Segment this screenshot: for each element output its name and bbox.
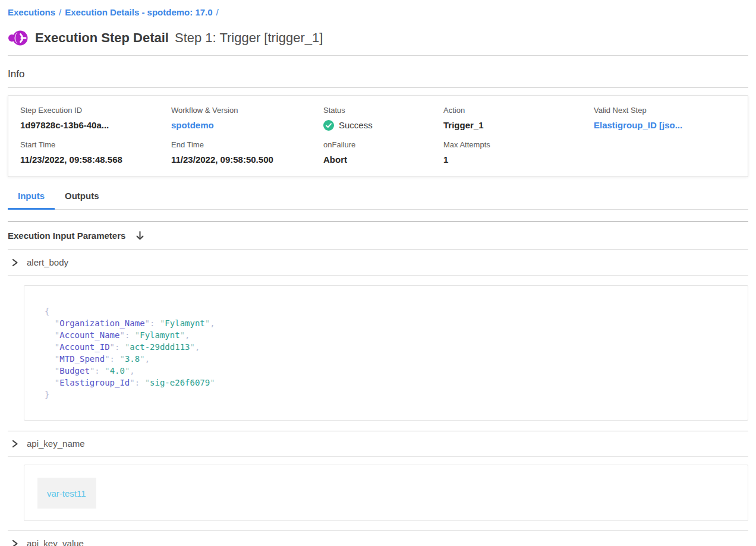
- check-circle-icon: [323, 120, 334, 131]
- field-label: Max Attempts: [443, 140, 594, 150]
- breadcrumb-separator: /: [59, 7, 61, 17]
- field-label: Workflow & Version: [171, 105, 323, 116]
- section-name: api_key_value: [27, 538, 84, 546]
- field-label: Start Time: [20, 140, 171, 150]
- section-row-divider: [8, 275, 748, 276]
- info-card: Step Execution ID 1d97828c-13b6-40a... W…: [8, 95, 748, 177]
- valid-next-step-link[interactable]: Elastigroup_ID [jso...: [594, 119, 737, 131]
- field-action: Action Trigger_1: [443, 105, 594, 131]
- section-name: alert_body: [27, 257, 68, 269]
- download-arrow-icon[interactable]: [135, 231, 145, 241]
- field-value: Abort: [323, 154, 443, 166]
- section-row-api-key-value[interactable]: api_key_value: [8, 531, 748, 546]
- field-status: Status Success: [323, 105, 443, 131]
- field-end-time: End Time 11/23/2022, 09:58:50.500: [171, 140, 323, 166]
- execution-input-parameters-header: Execution Input Parameters: [8, 222, 748, 250]
- field-step-execution-id: Step Execution ID 1d97828c-13b6-40a...: [20, 105, 171, 131]
- field-label: Step Execution ID: [20, 105, 171, 116]
- breadcrumb: Executions/Execution Details - spotdemo:…: [8, 7, 748, 18]
- fylamynt-logo-icon: [8, 29, 28, 48]
- section-row-divider: [8, 456, 748, 457]
- tab-inputs[interactable]: Inputs: [8, 190, 55, 210]
- field-label: Action: [443, 105, 594, 116]
- execution-input-parameters-title: Execution Input Parameters: [8, 230, 125, 242]
- field-value: Trigger_1: [443, 119, 594, 131]
- field-value: 11/23/2022, 09:58:50.500: [171, 154, 323, 166]
- alert-body-code-box: { "Organization_Name": "Fylamynt", "Acco…: [24, 285, 748, 421]
- api-key-name-value-box: var-test11: [24, 465, 748, 521]
- info-heading-divider: [8, 87, 748, 88]
- header-divider: [8, 55, 748, 56]
- field-value: 1d97828c-13b6-40a...: [20, 119, 171, 131]
- field-onfailure: onFailure Abort: [323, 140, 443, 166]
- status-badge: Success: [323, 119, 443, 131]
- tab-outputs[interactable]: Outputs: [55, 190, 109, 210]
- execution-step-detail-page: Executions/Execution Details - spotdemo:…: [0, 7, 756, 546]
- field-label: Status: [323, 105, 443, 116]
- chevron-right-icon: [11, 440, 19, 448]
- field-label: End Time: [171, 140, 323, 150]
- field-workflow-version: Workflow & Version spotdemo: [171, 105, 323, 131]
- breadcrumb-link-executions[interactable]: Executions: [8, 7, 55, 17]
- section-row-api-key-name[interactable]: api_key_name: [8, 431, 748, 456]
- section-name: api_key_name: [27, 438, 85, 450]
- section-row-alert-body[interactable]: alert_body: [8, 250, 748, 275]
- info-section-heading: Info: [8, 68, 748, 80]
- api-key-name-chip: var-test11: [37, 478, 96, 509]
- tab-bar: Inputs Outputs: [8, 190, 748, 210]
- json-code: { "Organization_Name": "Fylamynt", "Acco…: [45, 305, 736, 400]
- field-value: 11/23/2022, 09:58:48.568: [20, 154, 171, 166]
- chevron-right-icon: [11, 258, 19, 267]
- field-start-time: Start Time 11/23/2022, 09:58:48.568: [20, 140, 171, 166]
- field-value: 1: [443, 154, 594, 166]
- page-title: Execution Step Detail: [35, 30, 169, 46]
- page-header: Execution Step Detail Step 1: Trigger [t…: [8, 27, 748, 49]
- breadcrumb-link-execution-details[interactable]: Execution Details - spotdemo: 17.0: [65, 7, 212, 17]
- chevron-right-icon: [11, 539, 19, 546]
- empty-cell: [594, 140, 737, 166]
- workflow-link[interactable]: spotdemo: [171, 119, 323, 131]
- status-text: Success: [339, 119, 373, 131]
- page-subtitle: Step 1: Trigger [trigger_1]: [175, 30, 323, 46]
- field-label: onFailure: [323, 140, 443, 150]
- field-max-attempts: Max Attempts 1: [443, 140, 594, 166]
- field-valid-next-step: Valid Next Step Elastigroup_ID [jso...: [594, 105, 737, 131]
- breadcrumb-separator: /: [216, 7, 219, 17]
- field-label: Valid Next Step: [594, 105, 737, 116]
